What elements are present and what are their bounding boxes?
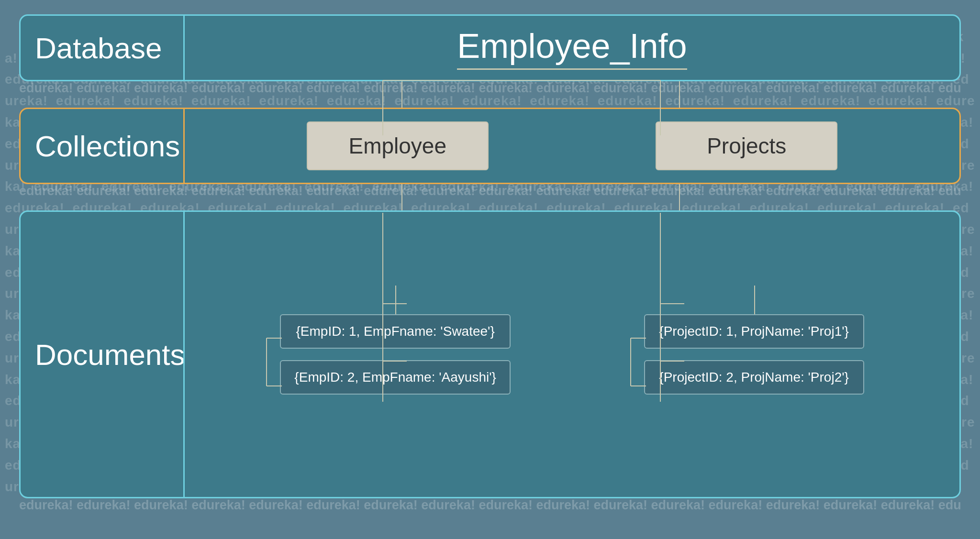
database-content: Employee_Info xyxy=(185,19,959,77)
employee-docs-column: {EmpID: 1, EmpFname: 'Swatee'} {EmpID: 2… xyxy=(280,314,511,395)
emp-horiz-branch xyxy=(266,314,282,386)
emp-doc-2-content: {EmpID: 2, EmpFname: 'Aayushi'} xyxy=(294,370,496,385)
proj-doc-1: {ProjectID: 1, ProjName: 'Proj1'} xyxy=(644,314,864,349)
emp-branch-svg xyxy=(395,286,396,314)
connector-coll-to-docs xyxy=(19,184,961,210)
database-label: Database xyxy=(21,22,183,75)
diagram-wrapper: Database Employee_Info edureka! edureka!… xyxy=(19,14,961,525)
connector-db-to-coll xyxy=(19,81,961,108)
projects-collection-box: Projects xyxy=(656,121,837,170)
proj-doc-2: {ProjectID: 2, ProjName: 'Proj2'} xyxy=(644,360,864,395)
documents-section: Documents {EmpID: 1, EmpFn xyxy=(19,210,961,498)
documents-content: {EmpID: 1, EmpFname: 'Swatee'} {EmpID: 2… xyxy=(185,305,959,404)
projects-docs-column: {ProjectID: 1, ProjName: 'Proj1'} {Proje… xyxy=(644,314,864,395)
database-section: Database Employee_Info xyxy=(19,14,961,81)
database-title: Employee_Info xyxy=(457,26,687,70)
employee-collection-box: Employee xyxy=(307,121,489,170)
projects-collection-label: Projects xyxy=(707,133,786,158)
emp-doc-1-content: {EmpID: 1, EmpFname: 'Swatee'} xyxy=(296,324,494,339)
documents-label: Documents xyxy=(21,328,183,381)
collections-section: Collections Employee Projects xyxy=(19,108,961,184)
emp-doc-1: {EmpID: 1, EmpFname: 'Swatee'} xyxy=(280,314,511,349)
watermark-band-bottom: edureka! edureka! edureka! edureka! edur… xyxy=(19,498,961,512)
emp-doc-2: {EmpID: 2, EmpFname: 'Aayushi'} xyxy=(280,360,511,395)
collections-label: Collections xyxy=(21,120,183,173)
bottom-band: edureka! edureka! edureka! edureka! edur… xyxy=(19,498,961,525)
proj-branch-svg xyxy=(754,286,755,314)
proj-doc-2-content: {ProjectID: 2, ProjName: 'Proj2'} xyxy=(659,370,849,385)
collections-content: Employee Projects xyxy=(185,112,959,180)
main-content: Database Employee_Info edureka! edureka!… xyxy=(0,0,980,539)
employee-collection-label: Employee xyxy=(348,133,446,158)
proj-doc-1-content: {ProjectID: 1, ProjName: 'Proj1'} xyxy=(659,324,849,339)
gap-band-1: edureka! edureka! edureka! edureka! edur… xyxy=(19,81,961,108)
proj-horiz-branch xyxy=(630,314,646,386)
gap-band-2: edureka! edureka! edureka! edureka! edur… xyxy=(19,184,961,210)
